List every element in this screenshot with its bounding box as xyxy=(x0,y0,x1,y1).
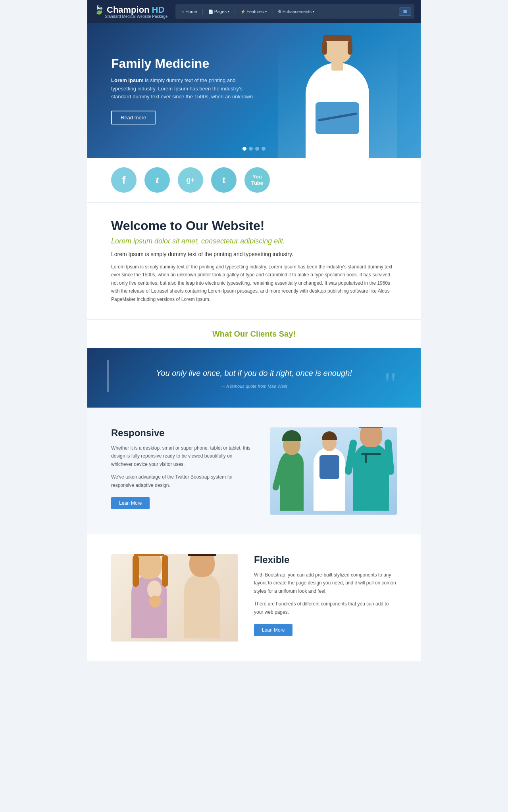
site-header: 🍃 Champion HD Standard Medical Website P… xyxy=(87,0,421,23)
leaf-icon: 🍃 xyxy=(94,5,104,15)
home-icon: ⌂ xyxy=(182,10,184,14)
flexible-feature-body2: There are hundreds of different componen… xyxy=(254,600,397,616)
responsive-feature-body2: We've taken advantage of the Twitter Boo… xyxy=(111,473,254,489)
responsive-feature-image xyxy=(270,427,397,515)
nav-home[interactable]: ⌂ Home xyxy=(179,8,200,15)
hero-section: Family Medicine Lorem Ipsum is simply du… xyxy=(87,23,421,158)
quote-left-bar xyxy=(107,360,109,392)
flexible-feature-image xyxy=(111,554,238,642)
hero-content: Family Medicine Lorem Ipsum is simply du… xyxy=(111,56,262,124)
enhancements-chevron-icon: ▾ xyxy=(313,10,314,13)
logo-area: 🍃 Champion HD Standard Medical Website P… xyxy=(94,5,167,19)
pages-icon: 📄 xyxy=(208,10,213,14)
quote-text: You only live once, but if you do it rig… xyxy=(119,367,389,379)
clients-say-section: What Our Clients Say! xyxy=(87,320,421,348)
medical-team-illustration xyxy=(270,427,397,515)
responsive-feature-body1: Whether it is a desktop, smart or super … xyxy=(111,444,254,468)
nav-enhancements[interactable]: ⚙ Enhancements ▾ xyxy=(275,8,318,15)
hero-dot-2[interactable] xyxy=(249,147,253,151)
flexible-feature-text: Flexible With Bootstrap, you can add pre… xyxy=(254,554,397,636)
flexible-learn-more-button[interactable]: Lean More xyxy=(254,624,292,636)
responsive-feature-text: Responsive Whether it is a desktop, smar… xyxy=(111,427,254,509)
facebook-icon[interactable]: f xyxy=(111,167,137,193)
nav-features-label: Features xyxy=(246,9,264,14)
welcome-lead: Lorem Ipsum is simply dummy text of the … xyxy=(111,251,397,257)
hero-text: Lorem Ipsum is simply dummy text of the … xyxy=(111,77,262,101)
nav-features[interactable]: ⚡ Features ▾ xyxy=(237,8,269,15)
responsive-feature-section: Responsive Whether it is a desktop, smar… xyxy=(87,408,421,534)
enhancements-icon: ⚙ xyxy=(278,10,281,14)
family-illustration xyxy=(111,554,238,642)
email-icon: ✉ xyxy=(403,9,407,14)
logo-subtitle: Standard Medical Website Package xyxy=(94,14,167,19)
nav-pages-label: Pages xyxy=(214,9,227,14)
hero-slide-dots xyxy=(242,147,266,151)
nav-enhancements-label: Enhancements xyxy=(283,9,312,14)
nav-home-label: Home xyxy=(185,9,197,14)
twitter-icon[interactable]: t xyxy=(144,167,170,193)
nav-pages[interactable]: 📄 Pages ▾ xyxy=(205,8,233,15)
quote-mark-icon: " xyxy=(384,368,397,400)
nav-divider-1: | xyxy=(202,8,204,15)
youtube-icon[interactable]: YouTube xyxy=(244,167,270,193)
read-more-button[interactable]: Read more xyxy=(111,111,156,124)
responsive-learn-more-button[interactable]: Lean More xyxy=(111,497,150,509)
logo-champion: Champion xyxy=(107,5,150,15)
quote-attribution: — A famous quote from Mae West xyxy=(119,384,389,389)
features-icon: ⚡ xyxy=(241,10,245,14)
welcome-subtitle: Lorem ipsum dolor sit amet, consectetur … xyxy=(111,237,397,245)
nav-divider-3: | xyxy=(271,8,273,15)
clients-say-title: What Our Clients Say! xyxy=(111,329,397,339)
pages-chevron-icon: ▾ xyxy=(228,10,229,13)
logo-hd: HD xyxy=(152,5,165,15)
main-nav: ⌂ Home | 📄 Pages ▾ | ⚡ Features ▾ | ⚙ En… xyxy=(175,4,414,19)
hero-dot-1[interactable] xyxy=(242,147,246,151)
google-plus-icon[interactable]: g+ xyxy=(178,167,203,193)
welcome-body: Lorem Ipsum is simply dummy text of the … xyxy=(111,263,397,303)
quote-banner: You only live once, but if you do it rig… xyxy=(87,348,421,408)
features-chevron-icon: ▾ xyxy=(265,10,267,13)
social-section: f t g+ t YouTube xyxy=(87,158,421,203)
youtube-label: YouTube xyxy=(251,174,263,186)
flexible-feature-body1: With Bootstrap, you can add pre-built st… xyxy=(254,571,397,595)
welcome-section: Welcome to Our Website! Lorem ipsum dolo… xyxy=(87,203,421,320)
flexible-feature-title: Flexible xyxy=(254,554,397,565)
hero-title: Family Medicine xyxy=(111,56,262,71)
flexible-feature-section: Flexible With Bootstrap, you can add pre… xyxy=(87,534,421,661)
tumblr-icon[interactable]: t xyxy=(211,167,237,193)
logo-line: 🍃 Champion HD xyxy=(94,5,167,15)
hero-dot-4[interactable] xyxy=(262,147,266,151)
hero-text-bold: Lorem Ipsum xyxy=(111,77,144,83)
welcome-title: Welcome to Our Website! xyxy=(111,218,397,233)
hero-dot-3[interactable] xyxy=(255,147,259,151)
responsive-feature-title: Responsive xyxy=(111,427,254,439)
nav-email-button[interactable]: ✉ xyxy=(399,8,411,16)
hero-doctor-image xyxy=(278,35,397,158)
nav-divider-2: | xyxy=(234,8,236,15)
